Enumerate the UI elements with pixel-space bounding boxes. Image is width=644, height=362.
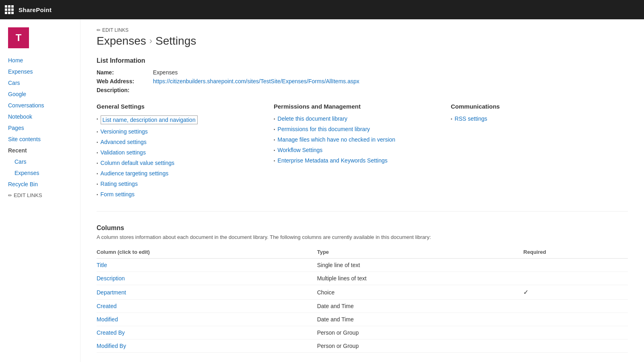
sidebar-section-recent: Recent — [0, 145, 80, 156]
column-name-link[interactable]: Description — [97, 275, 125, 282]
validation-link[interactable]: Validation settings — [101, 149, 146, 156]
sidebar-item-google[interactable]: Google — [0, 88, 80, 100]
breadcrumb-separator: › — [149, 36, 152, 46]
columns-section: Columns A column stores information abou… — [97, 224, 628, 353]
link-delete-library[interactable]: Delete this document library — [274, 115, 451, 122]
delete-library-link[interactable]: Delete this document library — [278, 115, 348, 122]
column-type-cell: Person or Group — [317, 326, 524, 339]
column-name-link[interactable]: Department — [97, 289, 126, 296]
link-versioning[interactable]: Versioning settings — [97, 128, 274, 135]
column-required-cell — [523, 300, 628, 313]
permissions-links: Delete this document library Permissions… — [274, 115, 451, 164]
communications-section: Communications RSS settings — [451, 103, 628, 202]
link-rss[interactable]: RSS settings — [451, 115, 628, 122]
app-name: SharePoint — [19, 6, 52, 13]
column-name-cell[interactable]: Created By — [97, 326, 317, 339]
column-required-cell — [523, 272, 628, 285]
link-workflow[interactable]: Workflow Settings — [274, 147, 451, 153]
col-header-type: Type — [317, 246, 524, 259]
column-name-cell[interactable]: Title — [97, 259, 317, 272]
audience-targeting-link[interactable]: Audience targeting settings — [101, 170, 169, 177]
name-value: Expenses — [153, 69, 178, 76]
apps-grid-icon[interactable] — [5, 5, 14, 14]
sidebar-item-notebook[interactable]: Notebook — [0, 111, 80, 122]
edit-links-top[interactable]: ✏ EDIT LINKS — [97, 27, 628, 33]
sidebar-item-recycle-bin[interactable]: Recycle Bin — [0, 179, 80, 190]
column-type-cell: Multiple lines of text — [317, 272, 524, 285]
columns-description: A column stores information about each d… — [97, 234, 628, 240]
sidebar-item-conversations[interactable]: Conversations — [0, 100, 80, 111]
link-advanced[interactable]: Advanced settings — [97, 139, 274, 145]
list-name-nav-link[interactable]: List name, description and navigation — [101, 115, 198, 124]
topbar: SharePoint — [0, 0, 644, 19]
columns-table-header-row: Column (click to edit) Type Required — [97, 246, 628, 259]
pencil-icon-top: ✏ — [97, 27, 101, 33]
col-header-name: Column (click to edit) — [97, 246, 317, 259]
edit-links-top-label: EDIT LINKS — [102, 27, 128, 33]
required-checkmark: ✓ — [523, 289, 528, 296]
sidebar: T Home Expenses Cars Google Conversation… — [0, 19, 80, 362]
permissions-library-link[interactable]: Permissions for this document library — [278, 126, 370, 132]
list-info-section: List Information Name: Expenses Web Addr… — [97, 57, 628, 93]
web-address-value: https://citizenbuilders.sharepoint.com/s… — [153, 78, 359, 84]
link-manage-files[interactable]: Manage files which have no checked in ve… — [274, 136, 451, 143]
versioning-link[interactable]: Versioning settings — [101, 128, 148, 135]
breadcrumb-page: Settings — [155, 35, 196, 47]
link-list-name-nav[interactable]: List name, description and navigation — [97, 115, 274, 124]
column-name-cell[interactable]: Modified — [97, 313, 317, 326]
columns-table-body: TitleSingle line of textDescriptionMulti… — [97, 259, 628, 353]
link-enterprise-metadata[interactable]: Enterprise Metadata and Keywords Setting… — [274, 157, 451, 164]
column-name-link[interactable]: Title — [97, 262, 107, 268]
link-form[interactable]: Form settings — [97, 191, 274, 197]
table-row: Created ByPerson or Group — [97, 326, 628, 339]
column-name-cell[interactable]: Department — [97, 285, 317, 300]
column-type-cell: Date and Time — [317, 313, 524, 326]
enterprise-metadata-link[interactable]: Enterprise Metadata and Keywords Setting… — [278, 157, 388, 164]
main-container: T Home Expenses Cars Google Conversation… — [0, 19, 644, 362]
sidebar-nav: Home Expenses Cars Google Conversations … — [0, 55, 80, 201]
sidebar-item-site-contents[interactable]: Site contents — [0, 134, 80, 145]
link-permissions-library[interactable]: Permissions for this document library — [274, 126, 451, 132]
column-name-cell[interactable]: Modified By — [97, 339, 317, 353]
rating-link[interactable]: Rating settings — [101, 181, 138, 187]
sidebar-item-cars[interactable]: Cars — [0, 77, 80, 88]
link-audience-targeting[interactable]: Audience targeting settings — [97, 170, 274, 177]
rss-link[interactable]: RSS settings — [455, 115, 487, 122]
edit-links-label: EDIT LINKS — [14, 192, 42, 198]
form-link[interactable]: Form settings — [101, 191, 135, 197]
communications-title: Communications — [451, 103, 628, 110]
column-name-link[interactable]: Modified — [97, 316, 118, 323]
general-settings-links: List name, description and navigation Ve… — [97, 115, 274, 197]
link-rating[interactable]: Rating settings — [97, 181, 274, 187]
link-validation[interactable]: Validation settings — [97, 149, 274, 156]
web-address-link[interactable]: https://citizenbuilders.sharepoint.com/s… — [153, 78, 359, 84]
column-default-link[interactable]: Column default value settings — [101, 160, 175, 166]
workflow-link[interactable]: Workflow Settings — [278, 147, 323, 153]
sidebar-item-home[interactable]: Home — [0, 55, 80, 66]
sidebar-item-recent-cars[interactable]: Cars — [0, 156, 80, 167]
manage-files-link[interactable]: Manage files which have no checked in ve… — [278, 136, 396, 143]
sidebar-edit-links[interactable]: ✏ EDIT LINKS — [0, 190, 80, 201]
column-name-link[interactable]: Created By — [97, 329, 125, 336]
sidebar-item-recent-expenses[interactable]: Expenses — [0, 167, 80, 179]
column-name-link[interactable]: Created — [97, 303, 117, 309]
permissions-title: Permissions and Management — [274, 103, 451, 110]
column-name-cell[interactable]: Created — [97, 300, 317, 313]
list-info-title: List Information — [97, 57, 628, 64]
pencil-icon: ✏ — [8, 193, 12, 198]
column-required-cell: ✓ — [523, 285, 628, 300]
name-label: Name: — [97, 69, 153, 76]
column-type-cell: Person or Group — [317, 339, 524, 353]
column-required-cell — [523, 313, 628, 326]
column-required-cell — [523, 259, 628, 272]
sidebar-item-pages[interactable]: Pages — [0, 122, 80, 134]
table-row: DepartmentChoice✓ — [97, 285, 628, 300]
columns-table: Column (click to edit) Type Required Tit… — [97, 246, 628, 353]
sidebar-item-expenses[interactable]: Expenses — [0, 66, 80, 77]
column-name-link[interactable]: Modified By — [97, 343, 126, 349]
settings-grid: General Settings List name, description … — [97, 103, 628, 212]
link-column-default[interactable]: Column default value settings — [97, 160, 274, 166]
column-name-cell[interactable]: Description — [97, 272, 317, 285]
advanced-link[interactable]: Advanced settings — [101, 139, 147, 145]
column-required-cell — [523, 339, 628, 353]
